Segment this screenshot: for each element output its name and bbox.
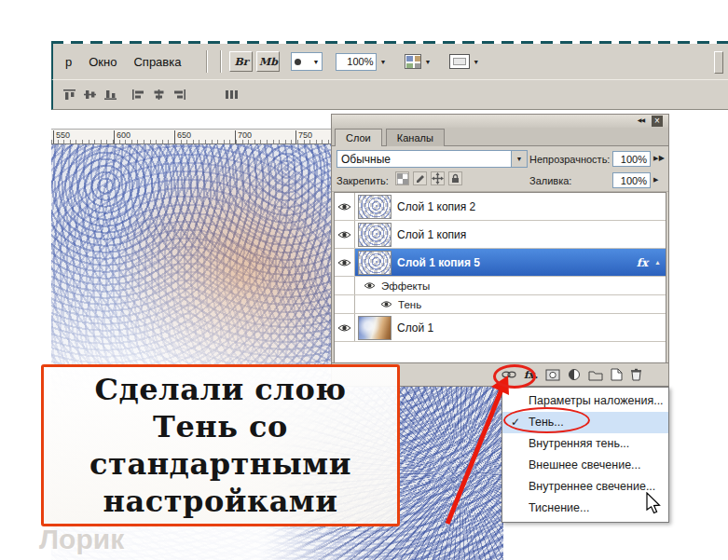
palette-well-grip[interactable] bbox=[714, 51, 723, 74]
layers-panel-controls: Обычные ▼ Непрозрачность: 100% ▶ ▶ Закре… bbox=[332, 146, 668, 192]
zoom-value[interactable]: 100% bbox=[336, 53, 377, 71]
document-icon bbox=[449, 54, 470, 69]
annotation-circle-fx bbox=[493, 364, 536, 389]
menu-item-outer-glow[interactable]: Внешнее свечение... bbox=[502, 455, 668, 476]
align-right-icon[interactable] bbox=[171, 87, 188, 102]
menu-item-window[interactable]: Окно bbox=[80, 55, 125, 69]
ruler-tick: 600 bbox=[114, 130, 130, 143]
table-row[interactable]: Слой 1 bbox=[335, 314, 666, 342]
ruler-tick: 750 bbox=[295, 130, 312, 143]
table-row-shadow-effect[interactable]: Тень bbox=[335, 295, 666, 314]
opacity-label: Непрозрачность: bbox=[529, 154, 610, 165]
layer-style-menu: Параметры наложения... ✓ Тень... Внутрен… bbox=[501, 387, 669, 523]
brush-preset-icon bbox=[295, 59, 301, 65]
lock-all-icon[interactable] bbox=[448, 171, 462, 185]
ruler-tick: 650 bbox=[174, 130, 191, 143]
imageready-button[interactable]: Mb bbox=[256, 51, 280, 72]
visibility-eye-icon[interactable] bbox=[335, 193, 355, 220]
fill-label: Заливка: bbox=[529, 175, 571, 186]
grid-icon bbox=[405, 54, 421, 69]
chevron-down-icon: ▼ bbox=[473, 59, 479, 65]
table-row[interactable]: Слой 1 копия bbox=[335, 221, 666, 249]
layer-list: Слой 1 копия 2 Слой 1 копия Слой 1 копия… bbox=[334, 192, 666, 362]
fill-value[interactable]: 100% bbox=[612, 172, 651, 188]
chevron-down-icon: ▼ bbox=[516, 156, 523, 162]
lock-buttons bbox=[395, 171, 462, 185]
blend-mode-select[interactable]: Обычные ▼ bbox=[337, 150, 528, 168]
layer-thumbnail[interactable] bbox=[358, 223, 391, 247]
panel-tabs: Слои Каналы bbox=[332, 128, 668, 146]
eye-gutter bbox=[335, 295, 355, 313]
options-bar bbox=[51, 79, 728, 110]
ruler-tick: 700 bbox=[235, 130, 252, 143]
align-top-icon[interactable] bbox=[61, 87, 78, 102]
visibility-eye-icon[interactable] bbox=[364, 280, 376, 292]
lock-position-icon[interactable] bbox=[431, 171, 445, 185]
layer-thumbnail[interactable] bbox=[358, 195, 391, 219]
collapse-panel-icon[interactable]: ◀◀ bbox=[638, 116, 644, 123]
menu-item-inner-glow[interactable]: Внутреннее свечение... bbox=[502, 476, 668, 498]
zoom-control[interactable]: 100% ▼ bbox=[336, 53, 386, 71]
ruler-tick: 550 bbox=[53, 130, 70, 143]
layer-thumbnail[interactable] bbox=[358, 316, 391, 340]
delete-layer-icon[interactable] bbox=[630, 367, 642, 382]
adjustment-layer-icon[interactable] bbox=[568, 367, 581, 382]
tool-preset-picker[interactable]: ▼ bbox=[291, 52, 323, 71]
new-group-icon[interactable] bbox=[588, 367, 603, 382]
distribute-icon[interactable] bbox=[223, 87, 240, 102]
caption-line: Тень со bbox=[153, 408, 288, 445]
visibility-eye-icon[interactable] bbox=[335, 314, 355, 341]
ruler: 550 600 650 700 750 bbox=[51, 129, 331, 144]
menu-item-bevel-emboss[interactable]: Тиснение... bbox=[502, 498, 668, 519]
screenshot-root: 550 600 650 700 750 р Окно Справка Br Mb… bbox=[0, 0, 728, 560]
visibility-eye-icon[interactable] bbox=[335, 249, 355, 276]
layer-fx-badge: fx bbox=[637, 256, 648, 269]
close-panel-icon[interactable]: × bbox=[652, 116, 663, 127]
toolbar-separator bbox=[220, 50, 221, 73]
layer-name: Слой 1 копия bbox=[397, 228, 466, 241]
lock-label: Закрепить: bbox=[337, 175, 389, 186]
new-layer-icon[interactable] bbox=[611, 367, 623, 382]
panel-menu-icon[interactable]: ▶ bbox=[659, 154, 665, 162]
tab-channels[interactable]: Каналы bbox=[386, 129, 445, 146]
caption-line: Сделали слою bbox=[94, 371, 346, 408]
bridge-button[interactable]: Br bbox=[229, 51, 253, 72]
watermark: Лорик bbox=[39, 524, 124, 555]
layer-thumbnail[interactable] bbox=[358, 251, 391, 275]
table-row[interactable]: Слой 1 копия 2 bbox=[335, 193, 666, 221]
table-row-effects[interactable]: Эффекты bbox=[335, 277, 666, 295]
workspace-grid-control[interactable]: ▼ bbox=[405, 54, 431, 69]
visibility-eye-icon[interactable] bbox=[380, 299, 392, 310]
opacity-value[interactable]: 100% bbox=[612, 151, 651, 167]
chevron-down-icon: ▼ bbox=[313, 59, 320, 65]
chevron-down-icon: ▼ bbox=[424, 59, 431, 65]
align-center-icon[interactable] bbox=[150, 87, 168, 102]
table-row-selected[interactable]: Слой 1 копия 5 fx ▲ bbox=[335, 249, 666, 277]
lock-transparency-icon[interactable] bbox=[395, 171, 409, 185]
toolbar-separator bbox=[206, 50, 207, 73]
caption-line: стандартными bbox=[89, 445, 351, 483]
layers-panel-header: ◀◀ × bbox=[332, 115, 668, 128]
visibility-eye-icon[interactable] bbox=[335, 221, 355, 248]
fill-slider-icon[interactable]: ▶ bbox=[653, 176, 658, 184]
annotation-arrow bbox=[396, 365, 517, 531]
blend-mode-dropdown-button[interactable]: ▼ bbox=[511, 151, 527, 167]
tab-layers[interactable]: Слои bbox=[335, 129, 382, 146]
layer-name: Слой 1 копия 5 bbox=[397, 256, 480, 269]
align-left-icon[interactable] bbox=[130, 87, 147, 102]
opacity-slider-icon[interactable]: ▶ bbox=[653, 155, 658, 162]
effects-expander-icon[interactable]: ▲ bbox=[654, 259, 661, 266]
layer-name: Слой 1 копия 2 bbox=[397, 200, 475, 213]
add-layer-mask-icon[interactable] bbox=[545, 367, 560, 382]
lock-pixels-icon[interactable] bbox=[413, 171, 427, 185]
annotation-circle-shadow bbox=[503, 407, 590, 433]
align-middle-icon[interactable] bbox=[81, 87, 99, 102]
caption-line: настройками bbox=[103, 483, 338, 520]
menu-item-partial[interactable]: р bbox=[57, 55, 80, 69]
screen-mode-control[interactable]: ▼ bbox=[449, 54, 479, 69]
eye-gutter bbox=[335, 277, 355, 294]
menu-item-help[interactable]: Справка bbox=[125, 55, 189, 69]
caption-box: Сделали слою Тень со стандартными настро… bbox=[41, 364, 400, 526]
align-bottom-icon[interactable] bbox=[102, 87, 119, 102]
menu-item-inner-shadow[interactable]: Внутренняя тень... bbox=[502, 433, 668, 455]
